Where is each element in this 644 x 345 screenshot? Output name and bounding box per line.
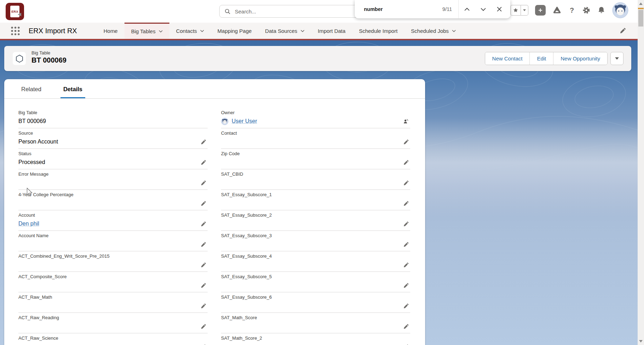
field-row: SAT_Math_Score_2 [221,333,410,345]
find-query-text[interactable]: number [364,6,442,12]
nav-item-mapping-page[interactable]: Mapping Page [211,23,259,39]
caret-down-icon [523,9,526,11]
edit-field-button[interactable] [200,221,207,227]
field-label: ACT_Raw_Reading [18,315,208,321]
field-value-link[interactable]: User User [232,117,257,125]
edit-field-button[interactable] [200,180,207,186]
field-value-link[interactable]: Den phil [18,220,39,228]
favorite-star-button[interactable] [510,5,521,16]
nav-item-label: Mapping Page [217,28,252,34]
nav-item-label: Data Sources [265,28,297,34]
favorites-control [510,5,528,16]
find-next-button[interactable] [475,0,491,18]
new-contact-button[interactable]: New Contact [485,52,530,65]
setup-button[interactable] [582,6,591,14]
global-actions-button[interactable] [535,5,546,16]
tab-related[interactable]: Related [18,86,44,98]
field-row: Source Person Account [18,128,208,149]
record-action-group: New ContactEditNew Opportunity [485,52,608,65]
edit-field-button[interactable] [200,200,207,207]
bell-icon [597,6,605,14]
find-match-count: 9/11 [442,6,452,12]
edit-field-button[interactable] [200,282,207,289]
details-fields: Big Table BT 000069 Source Person Accoun… [4,99,425,345]
field-label: SAT_Math_Score [221,315,410,321]
nav-items: Home Big Tables Contacts Mapping Page Da… [97,23,463,39]
edit-field-button[interactable] [403,180,410,186]
chevron-down-icon [452,30,456,32]
field-row: SAT_Essay_Subscore_2 [221,210,410,231]
field-row: Big Table BT 000069 [18,108,208,128]
field-label: Account Name [18,233,208,239]
find-close-button[interactable] [491,0,507,18]
scrollbar-down-arrow[interactable] [639,340,643,343]
nav-item-contacts[interactable]: Contacts [169,23,211,39]
new-opportunity-button[interactable]: New Opportunity [553,52,607,65]
edit-field-button[interactable] [200,262,207,268]
app-launcher-button[interactable] [8,26,22,36]
change-owner-button[interactable] [402,118,410,125]
field-label: Owner [221,110,410,116]
guidance-center-button[interactable] [552,6,562,14]
find-result-marker [638,8,644,9]
field-value: BT 000069 [18,117,207,125]
nav-item-label: Contacts [176,28,197,34]
pencil-icon [404,201,409,206]
notifications-button[interactable] [597,6,605,14]
edit-field-button[interactable] [403,344,410,345]
scrollbar-thumb[interactable] [638,10,643,27]
edit-field-button[interactable] [403,282,410,289]
field-label: Status [18,151,208,157]
edit-field-button[interactable] [403,323,410,330]
nav-item-schedule-import[interactable]: Schedule Import [352,23,404,39]
star-icon [513,7,518,13]
edit-field-button[interactable] [403,159,410,166]
change-owner-person-icon [403,118,409,124]
edit-field-button[interactable] [200,241,207,248]
field-label: Source [18,130,208,136]
edit-field-button[interactable] [200,344,207,345]
pencil-icon [201,324,206,329]
field-row: ACT_Raw_Math [18,292,208,313]
pencil-icon [404,160,409,165]
nav-item-label: Schedule Import [359,28,398,34]
favorites-dropdown-button[interactable] [521,5,528,16]
astro-avatar [612,2,628,18]
edit-field-button[interactable] [200,323,207,330]
nav-item-data-sources[interactable]: Data Sources [259,23,311,39]
edit-field-button[interactable] [200,159,207,166]
close-icon [497,7,502,12]
more-actions-button[interactable] [610,52,623,65]
nav-item-home[interactable]: Home [97,23,124,39]
edit-field-button[interactable] [403,200,410,207]
nav-item-import-data[interactable]: Import Data [311,23,352,39]
pencil-icon [201,180,206,186]
edit-field-button[interactable] [403,241,410,248]
field-row: Owner User User [221,108,410,128]
find-previous-button[interactable] [459,0,475,18]
trailhead-mountain-icon [552,6,562,14]
edit-field-button[interactable] [200,303,207,309]
help-button[interactable]: ? [568,6,575,14]
edit-button[interactable]: Edit [529,52,553,65]
edit-field-button[interactable] [403,221,410,227]
nav-item-scheduled-jobs[interactable]: Scheduled Jobs [404,23,463,39]
scrollbar-up-arrow[interactable] [639,2,643,5]
edit-field-button[interactable] [200,139,207,145]
pencil-icon [404,221,409,227]
edit-field-button[interactable] [403,139,410,145]
browser-scrollbar[interactable] [638,0,644,345]
field-row: Status Processed [18,149,208,169]
field-label: SAT_Essay_Subscore_1 [221,192,410,198]
edit-field-button[interactable] [403,262,410,268]
edit-navigation-button[interactable] [618,27,628,34]
edit-field-button[interactable] [403,303,410,309]
field-label: SAT_Essay_Subscore_6 [221,294,410,300]
pencil-icon [201,242,206,247]
field-row: ACT_Raw_Science [18,333,208,345]
user-profile-button[interactable] [612,2,628,18]
pencil-icon [201,201,206,206]
tab-details[interactable]: Details [60,86,85,98]
nav-item-big-tables[interactable]: Big Tables [124,23,169,39]
field-row: Error Message [18,169,208,190]
